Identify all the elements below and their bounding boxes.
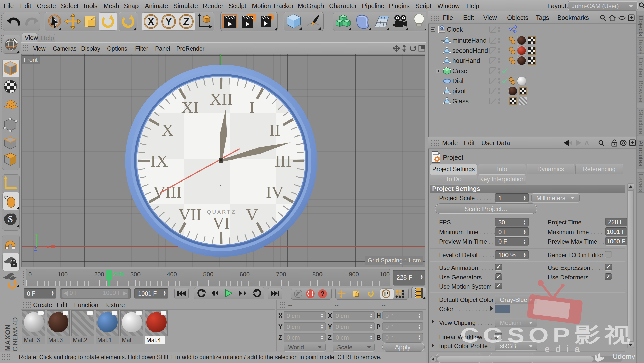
svg-text:XII: XII: [210, 90, 233, 108]
svg-text:QUARTZ: QUARTZ: [207, 209, 236, 215]
svg-text:VI: VI: [212, 214, 230, 232]
svg-text:III: III: [275, 152, 291, 170]
svg-text:S: S: [8, 214, 13, 224]
svg-text:Z: Z: [183, 16, 189, 27]
svg-text:V: V: [246, 205, 258, 224]
svg-text:IX: IX: [150, 152, 168, 170]
svg-text:P: P: [384, 290, 388, 297]
svg-text:0: 0: [441, 26, 443, 30]
svg-text:I: I: [249, 98, 255, 117]
svg-text:VII: VII: [178, 205, 202, 224]
svg-text:Y: Y: [165, 16, 172, 27]
svg-text:VIII: VIII: [153, 183, 182, 201]
svg-text:?: ?: [320, 290, 325, 298]
svg-text:X: X: [148, 16, 154, 27]
svg-text:Y: Y: [35, 233, 38, 237]
svg-text:IV: IV: [266, 183, 284, 201]
svg-text:Z: Z: [34, 246, 37, 251]
svg-text:XI: XI: [181, 98, 199, 117]
svg-text:II: II: [269, 121, 280, 139]
svg-text:X: X: [162, 121, 174, 139]
